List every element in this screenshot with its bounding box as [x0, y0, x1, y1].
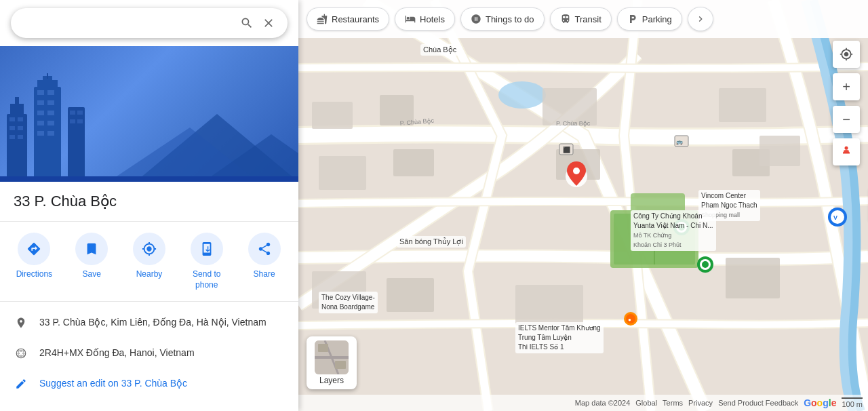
svg-point-40 — [23, 355, 24, 357]
save-icon-circle — [75, 233, 108, 265]
svg-point-80 — [845, 146, 848, 150]
global-link[interactable]: Global — [635, 399, 657, 407]
address-row[interactable]: 33 P. Chùa Bộc, Kim Liên, Đống Đa, Hà Nộ… — [0, 307, 298, 338]
share-label: Share — [254, 269, 275, 280]
transit-label: Transit — [575, 14, 601, 24]
terms-link[interactable]: Terms — [663, 399, 683, 407]
hero-buildings-svg — [0, 73, 298, 182]
save-icon — [84, 241, 99, 256]
svg-point-79 — [573, 168, 580, 174]
suggest-edit-text: Suggest an edit on 33 P. Chùa Bộc — [39, 376, 187, 391]
zoom-in-button[interactable]: + — [833, 73, 860, 100]
things-to-do-label: Things to do — [486, 14, 534, 24]
pencil-icon — [15, 378, 27, 390]
pegman-icon — [840, 145, 853, 159]
svg-rect-25 — [77, 111, 83, 115]
directions-button[interactable]: Directions — [14, 233, 54, 290]
svg-rect-0 — [7, 114, 27, 182]
save-label: Save — [83, 269, 101, 280]
svg-rect-15 — [37, 100, 44, 105]
layers-label: Layers — [319, 376, 344, 385]
poi-san-bong: Sân bóng Thủy Lợi — [397, 236, 466, 248]
restaurants-chip[interactable]: Restaurants — [307, 7, 389, 31]
directions-label: Directions — [16, 269, 52, 280]
poi-cozy-village: The Cozy Village-Nona Boardgame — [319, 292, 378, 313]
zoom-in-icon: + — [842, 80, 850, 94]
svg-rect-24 — [70, 111, 75, 115]
zoom-out-button[interactable]: − — [833, 106, 860, 133]
google-logo: Google — [804, 397, 836, 408]
send-to-phone-icon — [199, 241, 214, 256]
edit-icon — [14, 376, 28, 390]
svg-rect-3 — [9, 117, 15, 121]
place-title: 33 P. Chùa Bộc — [14, 193, 285, 210]
share-button[interactable]: Share — [244, 233, 285, 290]
restaurants-label: Restaurants — [332, 14, 379, 24]
svg-rect-18 — [47, 111, 54, 115]
send-to-phone-icon-circle — [191, 233, 223, 265]
svg-rect-64 — [726, 258, 780, 298]
close-icon — [262, 16, 275, 30]
svg-rect-65 — [760, 136, 800, 166]
svg-rect-31 — [0, 176, 298, 182]
transit-chip[interactable]: Transit — [550, 7, 612, 31]
send-feedback-link[interactable]: Send Product Feedback — [718, 399, 798, 407]
nearby-icon-circle — [133, 233, 165, 265]
zoom-out-icon: − — [842, 113, 850, 126]
search-input[interactable]: 33 P. Chùa Bộc — [22, 17, 233, 29]
svg-rect-26 — [70, 119, 75, 123]
send-to-phone-label: Send tophone — [193, 269, 220, 290]
svg-point-34 — [20, 350, 22, 351]
send-to-phone-button[interactable]: Send tophone — [186, 233, 227, 290]
more-chips-button[interactable] — [688, 7, 713, 31]
poi-yuanta: Công Ty Chứng KhoánYuanta Việt Nam - Chi… — [631, 210, 716, 251]
street-view-button[interactable] — [833, 138, 860, 165]
svg-point-37 — [23, 353, 24, 354]
save-button[interactable]: Save — [71, 233, 112, 290]
svg-rect-63 — [515, 285, 583, 326]
layers-thumbnail — [315, 340, 349, 374]
svg-rect-62 — [387, 278, 434, 312]
svg-point-36 — [18, 353, 19, 354]
svg-rect-23 — [68, 107, 85, 182]
nearby-button[interactable]: Nearby — [129, 233, 170, 290]
hotels-label: Hotels — [420, 14, 445, 24]
pin-icon — [15, 317, 27, 329]
clear-button[interactable] — [260, 15, 277, 31]
privacy-link[interactable]: Privacy — [688, 399, 713, 407]
svg-rect-5 — [9, 126, 15, 130]
svg-text:P. Chùa Bộc: P. Chùa Bộc — [556, 120, 591, 127]
place-title-section: 33 P. Chùa Bộc — [0, 182, 298, 222]
svg-rect-21 — [37, 131, 44, 136]
hotels-chip[interactable]: Hotels — [395, 7, 455, 31]
svg-text:V: V — [833, 214, 837, 221]
search-bar: 33 P. Chùa Bộc — [0, 0, 298, 46]
parking-icon — [627, 14, 638, 24]
location-icon — [14, 315, 28, 329]
search-button[interactable] — [239, 15, 255, 31]
svg-text:⬛: ⬛ — [563, 146, 571, 154]
address-text: 33 P. Chùa Bộc, Kim Liên, Đống Đa, Hà Nộ… — [39, 315, 267, 330]
svg-rect-22 — [47, 131, 54, 136]
map-area[interactable]: Restaurants Hotels Things to do Transit … — [298, 0, 868, 411]
svg-rect-14 — [47, 90, 54, 95]
location-crosshair-icon — [840, 47, 853, 61]
parking-chip[interactable]: Parking — [617, 7, 682, 31]
my-location-button[interactable] — [833, 41, 860, 68]
plus-code-row[interactable]: 2R4H+MX Đống Đa, Hanoi, Vietnam — [0, 338, 298, 368]
search-box: 33 P. Chùa Bộc — [11, 8, 288, 38]
poi-ielts: IELTS Mentor Tâm KhươngTrung Tâm LuyệnTh… — [515, 322, 604, 353]
left-panel: 33 P. Chùa Bộc — [0, 0, 298, 411]
svg-point-33 — [18, 350, 19, 351]
svg-point-35 — [23, 350, 24, 351]
things-to-do-chip[interactable]: Things to do — [460, 7, 545, 31]
svg-rect-56 — [393, 149, 434, 176]
directions-icon — [26, 241, 41, 256]
suggest-edit-row[interactable]: Suggest an edit on 33 P. Chùa Bộc — [0, 368, 298, 399]
hero-image — [0, 46, 298, 182]
layers-button[interactable]: Layers — [307, 336, 357, 389]
svg-rect-59 — [719, 88, 766, 122]
action-buttons: Directions Save Nearby — [0, 222, 298, 302]
map-top-nav: Restaurants Hotels Things to do Transit … — [298, 0, 868, 38]
nearby-icon — [142, 241, 157, 256]
